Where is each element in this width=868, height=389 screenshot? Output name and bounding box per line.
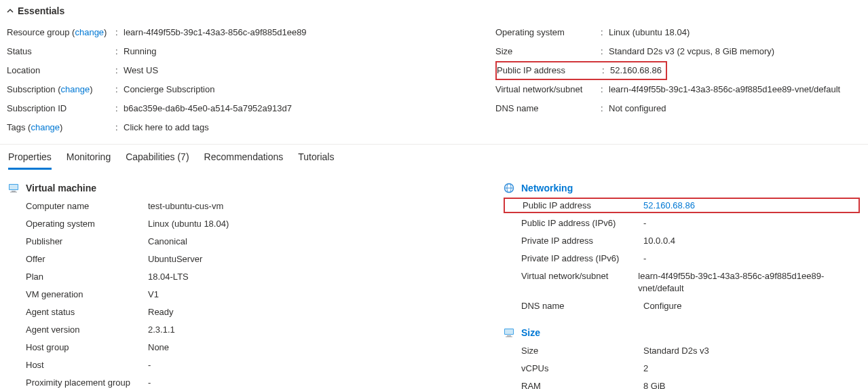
vnet-label: Virtual network/subnet — [495, 84, 601, 96]
essentials-title: Essentials — [18, 5, 64, 16]
vm-os-label: Operating system — [26, 218, 148, 230]
host-group-value[interactable]: None — [148, 341, 169, 354]
net-private-ip6-value: - — [643, 253, 646, 265]
host-label: Host — [26, 359, 148, 371]
tab-recommendations[interactable]: Recommendations — [204, 151, 284, 170]
status-value: Running — [124, 45, 156, 58]
host-value: - — [148, 359, 151, 371]
separator: : — [601, 26, 609, 39]
separator: : — [115, 64, 124, 77]
ram-value: 8 GiB — [643, 380, 666, 389]
net-vnet-label: Virtual network/subnet — [521, 270, 638, 295]
tab-tutorials[interactable]: Tutorials — [298, 151, 334, 170]
agent-status-label: Agent status — [26, 306, 148, 318]
vnet-value[interactable]: learn-4f49f55b-39c1-43a3-856c-a9f885d1ee… — [609, 84, 840, 96]
public-ip-value[interactable]: 52.160.68.86 — [610, 64, 662, 77]
svg-rect-8 — [505, 329, 513, 334]
svg-rect-2 — [12, 191, 16, 192]
size-section-header[interactable]: Size — [504, 327, 860, 338]
subscription-label: Subscription — [7, 84, 56, 94]
net-public-ip6-label: Public IP address (IPv6) — [521, 217, 643, 229]
agent-status-value: Ready — [148, 306, 174, 318]
size-size-value: Standard D2s v3 — [643, 345, 709, 357]
tags-change-link[interactable]: change — [31, 122, 60, 132]
separator: : — [115, 26, 124, 39]
separator: : — [115, 122, 124, 134]
size-label: Size — [495, 45, 601, 58]
vcpus-label: vCPUs — [521, 363, 643, 375]
status-label: Status — [7, 45, 115, 58]
svg-rect-3 — [10, 192, 17, 193]
essentials-panel: Resource group (change) : learn-4f49f55b… — [0, 20, 868, 145]
ram-label: RAM — [521, 380, 643, 389]
subscription-id-value: b6ac359e-da6b-45e0-a514-5a7952a913d7 — [124, 103, 292, 115]
tabs: Properties Monitoring Capabilities (7) R… — [0, 145, 868, 170]
plan-value: 18.04-LTS — [148, 271, 189, 283]
vm-section-header: Virtual machine — [8, 183, 504, 193]
tags-add-link[interactable]: Click here to add tags — [124, 122, 209, 134]
separator: : — [602, 64, 610, 77]
os-value: Linux (ubuntu 18.04) — [609, 26, 690, 39]
ppg-value: - — [148, 377, 151, 389]
net-private-ip-value: 10.0.0.4 — [643, 235, 675, 247]
dns-label: DNS name — [495, 103, 601, 115]
public-ip-label: Public IP address — [497, 64, 602, 77]
host-group-label: Host group — [26, 341, 148, 354]
resource-group-value[interactable]: learn-4f49f55b-39c1-43a3-856c-a9f885d1ee… — [124, 26, 307, 39]
computer-name-value: test-ubuntu-cus-vm — [148, 200, 223, 212]
tab-properties[interactable]: Properties — [8, 151, 52, 170]
separator: : — [115, 103, 124, 115]
subscription-value[interactable]: Concierge Subscription — [124, 84, 214, 96]
resource-group-change-link[interactable]: change — [75, 27, 104, 37]
net-public-ip-label: Public IP address — [523, 200, 643, 210]
tab-capabilities[interactable]: Capabilities (7) — [126, 151, 189, 170]
chevron-up-icon — [7, 7, 14, 14]
net-dns-value[interactable]: Configure — [643, 300, 681, 312]
vm-gen-label: VM generation — [26, 289, 148, 301]
size-icon — [504, 327, 514, 338]
size-value: Standard D2s v3 (2 vcpus, 8 GiB memory) — [609, 45, 774, 58]
net-private-ip-label: Private IP address — [521, 235, 643, 247]
subscription-change-link[interactable]: change — [61, 84, 90, 94]
separator: : — [601, 84, 609, 96]
vm-icon — [8, 183, 19, 193]
net-public-ip6-value: - — [643, 217, 646, 229]
vcpus-value: 2 — [643, 363, 648, 375]
networking-icon — [504, 183, 514, 193]
svg-rect-10 — [506, 337, 512, 337]
net-dns-label: DNS name — [521, 300, 643, 312]
resource-group-label: Resource group — [7, 27, 70, 37]
public-ip-highlight: Public IP address : 52.160.68.86 — [495, 61, 667, 80]
essentials-toggle[interactable]: Essentials — [0, 0, 868, 20]
net-public-ip-value[interactable]: 52.160.68.86 — [643, 200, 695, 210]
offer-label: Offer — [26, 253, 148, 265]
svg-rect-1 — [10, 185, 18, 189]
publisher-label: Publisher — [26, 236, 148, 248]
vm-gen-value: V1 — [148, 289, 159, 301]
plan-label: Plan — [26, 271, 148, 283]
net-private-ip6-label: Private IP address (IPv6) — [521, 253, 643, 265]
agent-version-label: Agent version — [26, 324, 148, 336]
computer-name-label: Computer name — [26, 200, 148, 212]
offer-value: UbuntuServer — [148, 253, 202, 265]
networking-section-header[interactable]: Networking — [504, 183, 860, 193]
location-value: West US — [124, 64, 158, 77]
vm-os-value: Linux (ubuntu 18.04) — [148, 218, 229, 230]
dns-value[interactable]: Not configured — [609, 103, 666, 115]
separator: : — [601, 45, 609, 58]
tags-label: Tags — [7, 122, 25, 132]
location-label: Location — [7, 64, 115, 77]
os-label: Operating system — [495, 26, 601, 39]
net-public-ip-highlight: Public IP address 52.160.68.86 — [504, 198, 860, 213]
separator: : — [115, 45, 124, 58]
tab-monitoring[interactable]: Monitoring — [67, 151, 111, 170]
net-vnet-value[interactable]: learn-4f49f55b-39c1-43a3-856c-a9f885d1ee… — [638, 270, 860, 295]
agent-version-value: 2.3.1.1 — [148, 324, 175, 336]
publisher-value: Canonical — [148, 236, 187, 248]
ppg-label: Proximity placement group — [26, 377, 148, 389]
size-section-title: Size — [521, 327, 540, 338]
size-size-label: Size — [521, 345, 643, 357]
svg-rect-9 — [507, 335, 511, 337]
vm-section-title: Virtual machine — [26, 183, 96, 193]
subscription-id-label: Subscription ID — [7, 103, 115, 115]
